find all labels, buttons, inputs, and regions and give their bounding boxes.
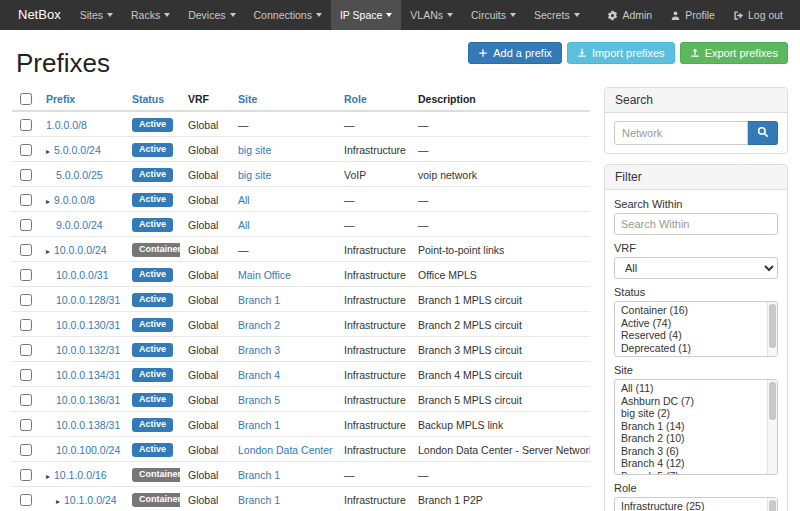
row-checkbox[interactable] — [20, 419, 32, 431]
nav-item-vlans[interactable]: VLANs — [401, 0, 462, 30]
prefix-link[interactable]: 10.0.0.0/24 — [54, 244, 107, 256]
row-checkbox[interactable] — [20, 269, 32, 281]
nav-item-circuits[interactable]: Circuits — [462, 0, 525, 30]
nav-item-secrets[interactable]: Secrets — [525, 0, 589, 30]
prefix-link[interactable]: 10.0.0.130/31 — [56, 319, 120, 331]
nav-item-log-out[interactable]: Log out — [724, 0, 792, 30]
search-within-input[interactable] — [614, 213, 778, 235]
navbar-brand[interactable]: NetBox — [8, 0, 71, 30]
row-checkbox[interactable] — [20, 294, 32, 306]
prefix-link[interactable]: 10.0.0.132/31 — [56, 344, 120, 356]
row-checkbox[interactable] — [20, 219, 32, 231]
listbox-option[interactable]: Active (74) — [621, 317, 763, 330]
table-row: 1.0.0.0/8ActiveGlobal——— — [12, 111, 590, 137]
site-link[interactable]: big site — [238, 144, 271, 156]
row-checkbox[interactable] — [20, 319, 32, 331]
site-link[interactable]: Branch 1 — [238, 494, 280, 506]
site-link[interactable]: London Data Center — [238, 444, 333, 456]
row-checkbox[interactable] — [20, 194, 32, 206]
scrollbar-thumb[interactable] — [769, 500, 776, 511]
prefix-link[interactable]: 10.1.0.0/24 — [64, 494, 117, 506]
prefix-link[interactable]: 10.0.0.134/31 — [56, 369, 120, 381]
site-link[interactable]: Branch 4 — [238, 369, 280, 381]
column-header-prefix[interactable]: Prefix — [46, 93, 75, 105]
filter-panel-title: Filter — [605, 165, 787, 190]
site-link[interactable]: Main Office — [238, 269, 291, 281]
row-checkbox[interactable] — [20, 344, 32, 356]
row-checkbox[interactable] — [20, 469, 32, 481]
nav-item-label: VLANs — [410, 0, 443, 30]
scrollbar-thumb[interactable] — [769, 304, 776, 348]
vrf-value: Global — [188, 394, 218, 406]
scrollbar[interactable] — [767, 498, 777, 511]
search-button[interactable] — [748, 121, 778, 145]
vrf-value: Global — [188, 119, 218, 131]
listbox-option[interactable]: Container (16) — [621, 304, 763, 317]
listbox-option[interactable]: Reserved (4) — [621, 329, 763, 342]
prefix-link[interactable]: 10.1.0.0/16 — [54, 469, 107, 481]
site-link[interactable]: All — [238, 219, 250, 231]
prefix-link[interactable]: 10.0.0.128/31 — [56, 294, 120, 306]
nav-item-devices[interactable]: Devices — [179, 0, 244, 30]
row-checkbox[interactable] — [20, 444, 32, 456]
column-header-status[interactable]: Status — [132, 93, 164, 105]
site-link[interactable]: Branch 3 — [238, 344, 280, 356]
site-link[interactable]: Branch 1 — [238, 469, 280, 481]
row-checkbox[interactable] — [20, 394, 32, 406]
prefix-link[interactable]: 10.0.100.0/24 — [56, 444, 120, 456]
prefix-link[interactable]: 10.0.0.136/31 — [56, 394, 120, 406]
listbox-option[interactable]: Infrastructure (25) — [621, 500, 763, 511]
vrf-select[interactable]: All — [614, 257, 778, 279]
site-link[interactable]: All — [238, 194, 250, 206]
vrf-value: Global — [188, 244, 218, 256]
column-header-site[interactable]: Site — [238, 93, 257, 105]
prefix-link[interactable]: 9.0.0.0/24 — [56, 219, 103, 231]
column-header-role[interactable]: Role — [344, 93, 367, 105]
nav-item-profile[interactable]: Profile — [661, 0, 724, 30]
nav-item-sites[interactable]: Sites — [71, 0, 122, 30]
add-prefix-button[interactable]: Add a prefix — [468, 42, 562, 64]
row-checkbox[interactable] — [20, 494, 32, 506]
prefix-search-input[interactable] — [614, 121, 748, 145]
listbox-option[interactable]: Branch 2 (10) — [621, 432, 763, 445]
listbox-option[interactable]: Deprecated (1) — [621, 342, 763, 355]
prefix-link[interactable]: 10.0.0.0/31 — [56, 269, 109, 281]
scrollbar[interactable] — [767, 380, 777, 474]
row-checkbox[interactable] — [20, 369, 32, 381]
role-value: Infrastructure — [344, 294, 406, 306]
status-listbox[interactable]: Container (16)Active (74)Reserved (4)Dep… — [614, 301, 778, 357]
listbox-option[interactable]: Branch 5 (7) — [621, 470, 763, 476]
listbox-option[interactable]: Ashburn DC (7) — [621, 395, 763, 408]
site-listbox[interactable]: All (11)Ashburn DC (7)big site (2)Branch… — [614, 379, 778, 475]
nav-item-connections[interactable]: Connections — [245, 0, 331, 30]
export-prefixes-button[interactable]: Export prefixes — [680, 42, 788, 64]
scrollbar-thumb[interactable] — [769, 382, 776, 420]
prefix-link[interactable]: 10.0.0.138/31 — [56, 419, 120, 431]
row-checkbox[interactable] — [20, 119, 32, 131]
listbox-option[interactable]: Branch 3 (6) — [621, 445, 763, 458]
site-link[interactable]: Branch 1 — [238, 294, 280, 306]
row-checkbox[interactable] — [20, 169, 32, 181]
role-listbox[interactable]: Infrastructure (25)Management (8)Private… — [614, 497, 778, 511]
upload-icon — [690, 48, 700, 58]
site-link[interactable]: Branch 2 — [238, 319, 280, 331]
prefix-link[interactable]: 1.0.0.0/8 — [46, 119, 87, 131]
nav-item-racks[interactable]: Racks — [122, 0, 179, 30]
listbox-option[interactable]: big site (2) — [621, 407, 763, 420]
listbox-option[interactable]: Branch 1 (14) — [621, 420, 763, 433]
prefix-link[interactable]: 5.0.0.0/24 — [54, 144, 101, 156]
row-checkbox[interactable] — [20, 244, 32, 256]
select-all-checkbox[interactable] — [20, 93, 32, 105]
nav-item-admin[interactable]: Admin — [598, 0, 661, 30]
site-link[interactable]: Branch 5 — [238, 394, 280, 406]
listbox-option[interactable]: All (11) — [621, 382, 763, 395]
site-link[interactable]: Branch 1 — [238, 419, 280, 431]
prefix-link[interactable]: 9.0.0.0/8 — [54, 194, 95, 206]
site-link[interactable]: big site — [238, 169, 271, 181]
nav-item-ip-space[interactable]: IP Space — [331, 0, 401, 30]
scrollbar[interactable] — [767, 302, 777, 356]
import-prefixes-button[interactable]: Import prefixes — [567, 42, 675, 64]
listbox-option[interactable]: Branch 4 (12) — [621, 457, 763, 470]
prefix-link[interactable]: 5.0.0.0/25 — [56, 169, 103, 181]
row-checkbox[interactable] — [20, 144, 32, 156]
